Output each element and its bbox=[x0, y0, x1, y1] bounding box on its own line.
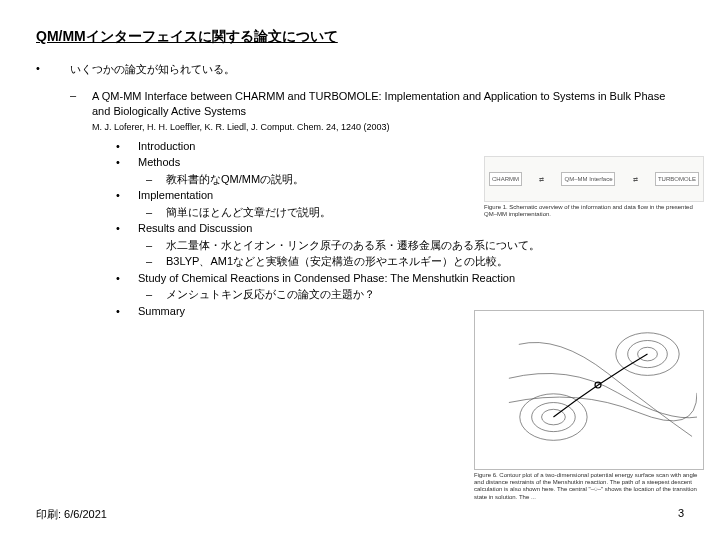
page-title: QM/MMインターフェイスに関する論文について bbox=[36, 28, 684, 46]
paper-entry: – A QM-MM Interface between CHARMM and T… bbox=[70, 89, 684, 119]
results-note-b: B3LYP、AM1などと実験値（安定構造の形やエネルギー）との比較。 bbox=[166, 253, 508, 270]
bullet-marker: • bbox=[116, 187, 138, 204]
bullet-marker: • bbox=[116, 270, 138, 287]
section-item: • Study of Chemical Reactions in Condens… bbox=[116, 270, 684, 287]
menshutkin-note: メンシュトキン反応がこの論文の主題か？ bbox=[166, 286, 375, 303]
fig1-mid-module: QM–MM Interface bbox=[561, 172, 615, 186]
dash-marker: – bbox=[146, 171, 166, 188]
bullet-marker: • bbox=[116, 154, 138, 171]
svg-point-5 bbox=[616, 333, 679, 376]
fig1-left-module: CHARMM bbox=[489, 172, 522, 186]
bullet-intro: • いくつかの論文が知られている。 bbox=[36, 62, 684, 77]
section-results: Results and Discussion bbox=[138, 220, 252, 237]
print-date: 印刷: 6/6/2021 bbox=[36, 507, 107, 522]
figure-1-diagram: CHARMM ⇄ QM–MM Interface ⇄ TURBOMOLE bbox=[484, 156, 704, 202]
fig1-right-module: TURBOMOLE bbox=[655, 172, 699, 186]
section-methods: Methods bbox=[138, 154, 180, 171]
figure-1: CHARMM ⇄ QM–MM Interface ⇄ TURBOMOLE Fig… bbox=[484, 156, 704, 218]
bullet-marker: • bbox=[116, 138, 138, 155]
contour-plot-icon bbox=[499, 325, 697, 451]
page-number: 3 bbox=[678, 507, 684, 522]
intro-text: いくつかの論文が知られている。 bbox=[70, 62, 235, 77]
bullet-marker: • bbox=[116, 303, 138, 320]
sub-item: – B3LYP、AM1などと実験値（安定構造の形やエネルギー）との比較。 bbox=[146, 253, 684, 270]
dash-marker: – bbox=[146, 253, 166, 270]
figure-1-caption: Figure 1. Schematic overview of the info… bbox=[484, 204, 704, 218]
dash-marker: – bbox=[146, 204, 166, 221]
dash-marker: – bbox=[146, 286, 166, 303]
footer: 印刷: 6/6/2021 3 bbox=[36, 507, 684, 522]
section-summary: Summary bbox=[138, 303, 185, 320]
figure-2-plot bbox=[474, 310, 704, 470]
bullet-marker: • bbox=[116, 220, 138, 237]
section-menshutkin: Study of Chemical Reactions in Condensed… bbox=[138, 270, 515, 287]
section-introduction: Introduction bbox=[138, 138, 195, 155]
figure-2-caption: Figure 6. Contour plot of a two-dimensio… bbox=[474, 472, 704, 501]
slide-page: QM/MMインターフェイスに関する論文について • いくつかの論文が知られている… bbox=[0, 0, 720, 540]
dash-marker: – bbox=[146, 237, 166, 254]
bullet-marker: • bbox=[36, 62, 70, 77]
paper-citation: M. J. Loferer, H. H. Loeffler, K. R. Lie… bbox=[92, 122, 684, 132]
section-item: • Results and Discussion bbox=[116, 220, 684, 237]
svg-point-4 bbox=[628, 341, 668, 368]
section-item: • Introduction bbox=[116, 138, 684, 155]
figure-2: Figure 6. Contour plot of a two-dimensio… bbox=[474, 310, 704, 501]
results-note-a: 水二量体・水とイオン・リンク原子のある系・遷移金属のある系について。 bbox=[166, 237, 540, 254]
methods-note: 教科書的なQM/MMの説明。 bbox=[166, 171, 304, 188]
implementation-note: 簡単にほとんど文章だけで説明。 bbox=[166, 204, 331, 221]
svg-point-2 bbox=[520, 394, 587, 441]
section-implementation: Implementation bbox=[138, 187, 213, 204]
svg-point-1 bbox=[532, 403, 576, 432]
arrow-icon: ⇄ bbox=[539, 176, 544, 183]
paper-title: A QM-MM Interface between CHARMM and TUR… bbox=[92, 89, 684, 119]
sub-item: – 水二量体・水とイオン・リンク原子のある系・遷移金属のある系について。 bbox=[146, 237, 684, 254]
dash-marker: – bbox=[70, 89, 92, 119]
arrow-icon: ⇄ bbox=[633, 176, 638, 183]
sub-item: – メンシュトキン反応がこの論文の主題か？ bbox=[146, 286, 684, 303]
